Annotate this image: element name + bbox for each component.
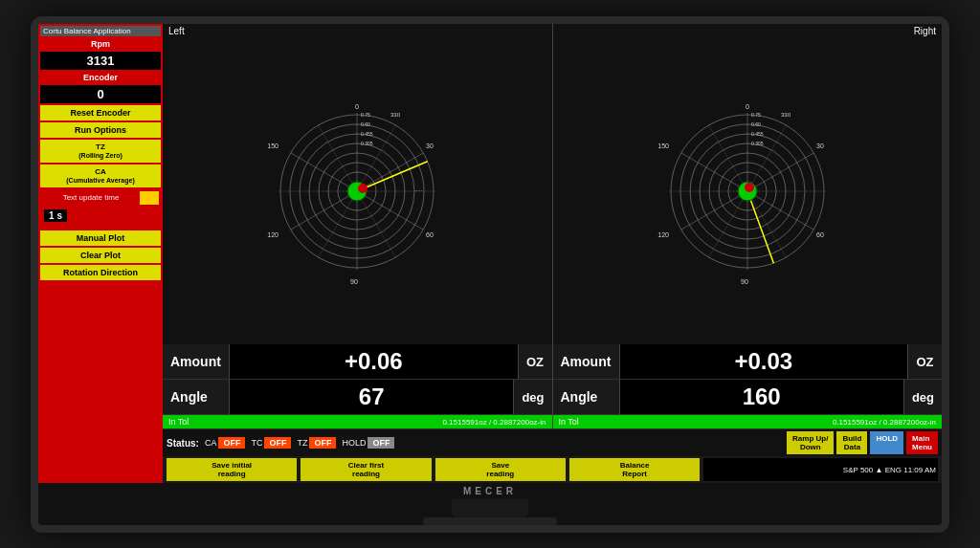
left-angle-unit: deg	[513, 380, 551, 414]
tc-badge: TC OFF	[251, 437, 291, 449]
encoder-label: Encoder	[40, 72, 161, 83]
svg-text:.....: .....	[414, 186, 423, 192]
left-angle-label: Angle	[163, 380, 230, 414]
tz-badge: TZ OFF	[297, 437, 336, 449]
monitor-base	[423, 517, 557, 525]
right-angle-value: 160	[620, 380, 903, 414]
rpm-label: Rpm	[40, 38, 161, 50]
svg-text:0.60: 0.60	[751, 121, 761, 127]
svg-text:90: 90	[350, 278, 358, 285]
text-update-indicator	[140, 191, 159, 205]
balance-report-btn[interactable]: BalanceReport	[569, 458, 700, 481]
left-radar-svg: 0 30 60 90 120 150 330 ..... 0.75 0.60 0…	[261, 96, 453, 287]
action-buttons-row: Save initialreading Clear firstreading S…	[163, 456, 942, 483]
main-content: Left	[163, 24, 942, 484]
right-tol-label: In Tol	[559, 417, 579, 427]
svg-text:0.60: 0.60	[361, 121, 370, 127]
left-panel: Left	[163, 24, 553, 345]
text-update-value: 1 s	[44, 209, 67, 222]
svg-text:0.305: 0.305	[361, 141, 373, 146]
svg-text:0.455: 0.455	[361, 131, 373, 137]
app-title: Cortu Balance Application	[40, 26, 161, 36]
right-radar-svg: 0 30 60 90 120 150 330 0.75 0.60 0.455 0…	[652, 96, 843, 287]
panels-row: Left	[163, 24, 942, 345]
right-radar-container: 0 30 60 90 120 150 330 0.75 0.60 0.455 0…	[553, 38, 943, 345]
svg-text:120: 120	[268, 231, 279, 238]
left-angle-row: Angle 67 deg	[163, 380, 552, 415]
right-panel: Right	[553, 24, 943, 345]
right-tol-bar: In Tol 0.1515591oz / 0.2887200oz-in	[553, 415, 943, 428]
clear-first-btn[interactable]: Clear firstreading	[301, 458, 431, 481]
data-section: Amount +0.06 OZ Angle 67 deg In Tol 0.15…	[163, 344, 942, 483]
tz-label: TZ	[297, 438, 307, 448]
save-reading-btn[interactable]: Savereading	[435, 458, 566, 481]
svg-text:60: 60	[816, 231, 824, 238]
hold-label: HOLD	[342, 438, 366, 448]
left-amount-value: +0.06	[230, 344, 518, 379]
monitor-brand: MECER	[463, 486, 517, 496]
ramp-up-down-btn[interactable]: Ramp Up/Down	[787, 431, 834, 454]
svg-text:60: 60	[426, 231, 434, 238]
right-angle-label: Angle	[553, 380, 620, 414]
svg-text:330: 330	[781, 112, 791, 118]
svg-text:120: 120	[657, 231, 669, 238]
tz-btn[interactable]: TZ(Rolling Zero)	[40, 140, 161, 163]
svg-text:0.305: 0.305	[751, 141, 764, 146]
build-data-btn[interactable]: BuildData	[836, 431, 867, 454]
hold-badge: HOLD OFF	[342, 437, 394, 449]
svg-text:0.75: 0.75	[751, 112, 761, 118]
rotation-direction-btn[interactable]: Rotation Direction	[40, 265, 161, 280]
right-data: Amount +0.03 OZ Angle 160 deg In Tol 0.1…	[553, 344, 943, 428]
right-amount-label: Amount	[553, 344, 620, 379]
svg-text:150: 150	[657, 142, 669, 149]
corner-buttons: Ramp Up/Down BuildData HOLD MainMenu	[787, 431, 938, 454]
hold-btn[interactable]: HOLD	[870, 431, 903, 454]
ca-btn[interactable]: CA(Cumulative Average)	[40, 164, 161, 187]
save-initial-btn[interactable]: Save initialreading	[167, 458, 297, 481]
right-tol-values: 0.1515591oz / 0.2887200oz-in	[833, 418, 936, 427]
svg-text:30: 30	[816, 142, 824, 149]
left-data: Amount +0.06 OZ Angle 67 deg In Tol 0.15…	[163, 344, 553, 428]
right-amount-unit: OZ	[907, 344, 942, 379]
svg-text:0: 0	[746, 103, 749, 110]
tc-label: TC	[251, 438, 262, 448]
manual-plot-btn[interactable]: Manual Plot	[40, 230, 161, 246]
sidebar: Cortu Balance Application Rpm 3131 Encod…	[38, 24, 163, 484]
taskbar-info: S&P 500 ▲ ENG 11:09 AM	[843, 466, 936, 474]
right-panel-label: Right	[553, 24, 943, 38]
screen: Cortu Balance Application Rpm 3131 Encod…	[38, 24, 942, 484]
ca-badge: CA OFF	[205, 437, 246, 449]
svg-point-70	[745, 183, 754, 192]
left-tol-label: In Tol	[168, 417, 189, 427]
left-panel-label: Left	[163, 24, 552, 38]
rpm-value: 3131	[40, 52, 161, 70]
left-radar-container: 0 30 60 90 120 150 330 ..... 0.75 0.60 0…	[163, 38, 552, 345]
tc-value: OFF	[264, 437, 291, 449]
ca-label: CA	[205, 438, 217, 448]
hold-value: OFF	[368, 437, 394, 449]
status-row: Status: CA OFF TC OFF TZ OFF HOLD	[163, 428, 942, 456]
tz-value: OFF	[309, 437, 336, 449]
reset-encoder-btn[interactable]: Reset Encoder	[40, 105, 161, 121]
svg-text:0.455: 0.455	[751, 131, 764, 137]
ca-value: OFF	[218, 437, 245, 449]
svg-text:0.75: 0.75	[361, 112, 370, 118]
right-angle-row: Angle 160 deg	[553, 380, 943, 415]
text-update-label: Text update time	[42, 193, 140, 202]
svg-text:90: 90	[741, 278, 748, 285]
clear-plot-btn[interactable]: Clear Plot	[40, 248, 161, 263]
main-menu-btn[interactable]: MainMenu	[906, 431, 938, 454]
right-amount-row: Amount +0.03 OZ	[553, 344, 943, 380]
right-angle-unit: deg	[903, 380, 942, 414]
status-label: Status:	[167, 438, 199, 449]
right-amount-value: +0.03	[620, 344, 908, 379]
left-amount-label: Amount	[163, 344, 230, 379]
svg-point-35	[358, 184, 368, 193]
data-row-grid: Amount +0.06 OZ Angle 67 deg In Tol 0.15…	[163, 344, 942, 428]
run-options-btn[interactable]: Run Options	[40, 122, 161, 138]
left-amount-unit: OZ	[518, 344, 552, 379]
left-amount-row: Amount +0.06 OZ	[163, 344, 552, 380]
svg-text:30: 30	[426, 142, 434, 149]
svg-text:0: 0	[355, 103, 359, 110]
left-tol-bar: In Tol 0.1515591oz / 0.2887200oz-in	[163, 415, 552, 428]
